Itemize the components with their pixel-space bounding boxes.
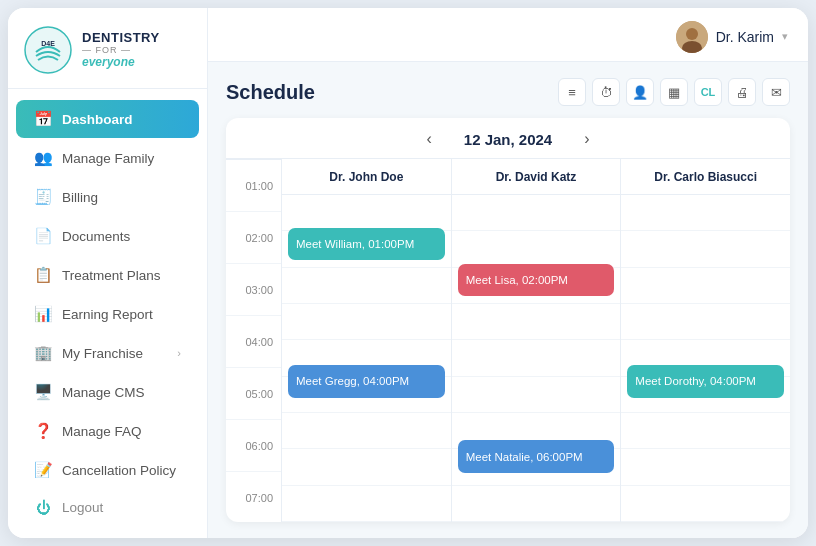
doctors-header: Dr. John DoeDr. David KatzDr. Carlo Bias… [282,159,790,195]
grid-row-bg [282,413,451,449]
sidebar-item-treatment-plans[interactable]: 📋 Treatment Plans [16,256,199,294]
logout-button[interactable]: ⏻ Logout [16,489,199,526]
nav-label-documents: Documents [62,229,130,244]
toolbar-mail-btn[interactable]: ✉ [762,78,790,106]
time-slot-0500: 05:00 [226,368,281,420]
toolbar-cl-btn[interactable]: CL [694,78,722,106]
schedule-header: Schedule ≡ ⏱ 👤 ▦ CL 🖨 ✉ [226,78,790,106]
user-chevron-icon: ▾ [782,30,788,43]
grid-row-bg [282,486,451,522]
doctor-col-john-doe: Meet William, 01:00PMMeet Gregg, 04:00PM [282,195,452,522]
sidebar-nav: 📅 Dashboard 👥 Manage Family 🧾 Billing 📄 … [8,89,207,489]
schedule-title: Schedule [226,81,315,104]
d4e-logo-icon: D4E [24,26,72,74]
doctor-header-carlo-biasucci: Dr. Carlo Biasucci [621,159,790,194]
grid-row-bg [621,486,790,522]
appointment-apt-2[interactable]: Meet Lisa, 02:00PM [458,264,615,297]
schedule-grid: 01:0002:0003:0004:0005:0006:0007:0008:00… [226,159,790,522]
grid-row-bg [452,195,621,231]
nav-label-manage-faq: Manage FAQ [62,424,142,439]
time-column: 01:0002:0003:0004:0005:0006:0007:0008:00… [226,159,282,522]
nav-label-billing: Billing [62,190,98,205]
time-slot-0400: 04:00 [226,316,281,368]
time-slots: 01:0002:0003:0004:0005:0006:0007:0008:00… [226,160,281,522]
grid-row-bg [452,377,621,413]
avatar [676,21,708,53]
nav-icon-documents: 📄 [34,227,52,245]
sidebar-item-manage-cms[interactable]: 🖥️ Manage CMS [16,373,199,411]
svg-point-3 [686,28,698,40]
doctor-header-david-katz: Dr. David Katz [452,159,622,194]
doctors-area: Dr. John DoeDr. David KatzDr. Carlo Bias… [282,159,790,522]
calendar-card: ‹ 12 Jan, 2024 › 01:0002:0003:0004:0005:… [226,118,790,522]
grid-row-bg [621,268,790,304]
logout-icon: ⏻ [34,499,52,516]
time-slot-0100: 01:00 [226,160,281,212]
svg-text:D4E: D4E [41,40,55,47]
user-menu[interactable]: Dr. Karim ▾ [676,21,788,53]
grid-row-bg [621,304,790,340]
sidebar-logo: D4E DENTISTRY — FOR — everyone [8,8,207,89]
sidebar-item-cancellation-policy[interactable]: 📝 Cancellation Policy [16,451,199,489]
toolbar-print-btn[interactable]: 🖨 [728,78,756,106]
grid-row-bg [621,231,790,267]
sidebar-item-documents[interactable]: 📄 Documents [16,217,199,255]
appointment-apt-3[interactable]: Meet Gregg, 04:00PM [288,365,445,398]
sidebar-item-dashboard[interactable]: 📅 Dashboard [16,100,199,138]
topbar: Dr. Karim ▾ [208,8,808,62]
doctor-col-carlo-biasucci: Meet Dorothy, 04:00PM [621,195,790,522]
nav-icon-dashboard: 📅 [34,110,52,128]
prev-date-button[interactable]: ‹ [418,128,439,150]
grid-row-bg [452,486,621,522]
toolbar-time-btn[interactable]: ⏱ [592,78,620,106]
nav-icon-manage-cms: 🖥️ [34,383,52,401]
nav-label-my-franchise: My Franchise [62,346,143,361]
app-container: D4E DENTISTRY — FOR — everyone 📅 Dashboa… [8,8,808,538]
brand-everyone: everyone [82,56,160,69]
sidebar-item-my-franchise[interactable]: 🏢 My Franchise › [16,334,199,372]
doctor-header-john-doe: Dr. John Doe [282,159,452,194]
grid-row-bg [452,304,621,340]
doctors-grid: Meet William, 01:00PMMeet Gregg, 04:00PM… [282,195,790,522]
nav-icon-treatment-plans: 📋 [34,266,52,284]
nav-label-manage-cms: Manage CMS [62,385,145,400]
grid-row-bg [282,195,451,231]
toolbar-user-btn[interactable]: 👤 [626,78,654,106]
nav-icon-earning-report: 📊 [34,305,52,323]
schedule-toolbar: ≡ ⏱ 👤 ▦ CL 🖨 ✉ [558,78,790,106]
nav-label-earning-report: Earning Report [62,307,153,322]
appointment-apt-5[interactable]: Meet Natalie, 06:00PM [458,440,615,473]
doctor-col-david-katz: Meet Lisa, 02:00PMMeet Natalie, 06:00PM [452,195,622,522]
nav-icon-my-franchise: 🏢 [34,344,52,362]
current-date: 12 Jan, 2024 [464,131,552,148]
calendar-nav: ‹ 12 Jan, 2024 › [226,118,790,159]
schedule-area: Schedule ≡ ⏱ 👤 ▦ CL 🖨 ✉ ‹ 12 Jan, 2024 › [208,62,808,538]
nav-icon-cancellation-policy: 📝 [34,461,52,479]
nav-icon-manage-faq: ❓ [34,422,52,440]
nav-label-manage-family: Manage Family [62,151,154,166]
grid-row-bg [621,413,790,449]
toolbar-list-btn[interactable]: ≡ [558,78,586,106]
sidebar-item-manage-family[interactable]: 👥 Manage Family [16,139,199,177]
svg-point-0 [25,27,71,73]
sidebar: D4E DENTISTRY — FOR — everyone 📅 Dashboa… [8,8,208,538]
next-date-button[interactable]: › [576,128,597,150]
user-name: Dr. Karim [716,29,774,45]
sidebar-item-billing[interactable]: 🧾 Billing [16,178,199,216]
nav-label-treatment-plans: Treatment Plans [62,268,161,283]
nav-icon-manage-family: 👥 [34,149,52,167]
sidebar-item-manage-faq[interactable]: ❓ Manage FAQ [16,412,199,450]
sidebar-item-earning-report[interactable]: 📊 Earning Report [16,295,199,333]
grid-row-bg [452,231,621,267]
nav-label-cancellation-policy: Cancellation Policy [62,463,176,478]
brand-main: DENTISTRY [82,31,160,45]
toolbar-cal-btn[interactable]: ▦ [660,78,688,106]
appointment-apt-4[interactable]: Meet Dorothy, 04:00PM [627,365,784,398]
main-content: Dr. Karim ▾ Schedule ≡ ⏱ 👤 ▦ CL 🖨 ✉ [208,8,808,538]
appointment-apt-1[interactable]: Meet William, 01:00PM [288,228,445,261]
logo-text: DENTISTRY — FOR — everyone [82,31,160,68]
time-slot-0200: 02:00 [226,212,281,264]
grid-row-bg [282,449,451,485]
nav-label-dashboard: Dashboard [62,112,133,127]
nav-chevron-my-franchise: › [177,347,181,359]
